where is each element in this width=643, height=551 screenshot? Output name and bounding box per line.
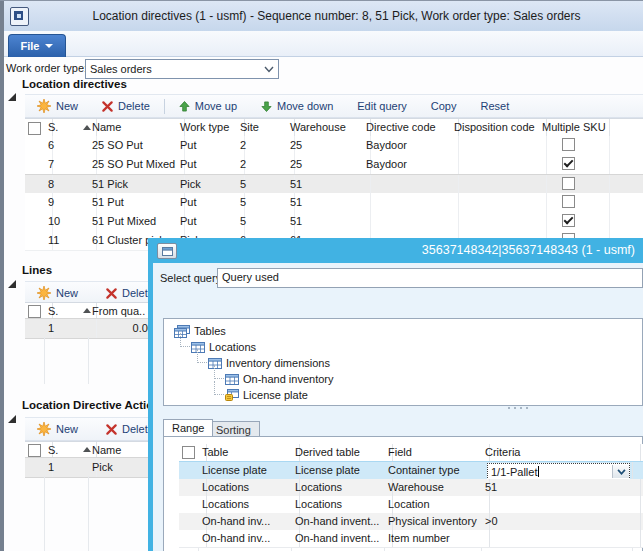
query-row[interactable]: License plate License plate Container ty…	[179, 461, 643, 480]
grid-line	[44, 476, 45, 551]
edit-query-button[interactable]: Edit query	[345, 96, 419, 116]
work-order-type-value: Sales orders	[90, 63, 264, 75]
query-row[interactable]: On-hand inv... On-hand invent... Physica…	[179, 513, 643, 531]
delete-x-icon	[106, 288, 117, 299]
app-icon	[10, 7, 29, 26]
lines-section-title: Lines	[22, 264, 52, 276]
tree-item-on-hand-inventory[interactable]: On-hand inventory	[225, 372, 334, 386]
column-header-filler	[601, 119, 643, 137]
work-order-type-select[interactable]: Sales orders	[85, 59, 279, 79]
actions-section-title: Location Directive Actions	[22, 399, 167, 411]
grid-line	[88, 337, 89, 384]
new-button[interactable]: New	[25, 419, 90, 439]
select-all-checkbox[interactable]	[28, 444, 41, 457]
query-row[interactable]: On-hand inv... On-hand invent... Item nu…	[179, 530, 643, 548]
range-tab-panel: Table Derived table Field Criteria Licen…	[163, 436, 643, 551]
column-header-field[interactable]: Field	[384, 444, 490, 461]
grid-line	[44, 337, 45, 384]
table-row[interactable]: 7 25 SO Put Mixed Put 2 25 Baydoor	[25, 155, 643, 175]
tree-connector	[197, 349, 207, 363]
column-header-criteria[interactable]: Criteria	[481, 444, 641, 461]
select-query-input[interactable]: Query used	[217, 268, 643, 288]
new-star-icon	[37, 422, 51, 436]
table-row[interactable]: 8 51 Pick Pick 5 51	[25, 174, 643, 195]
dialog-titlebar: 35637148342|35637148343 (1 - usmf)	[148, 238, 643, 263]
table-row[interactable]: 10 51 Put Mixed Put 5 51	[25, 212, 643, 232]
column-header-table[interactable]: Table	[198, 444, 300, 461]
select-all-checkbox[interactable]	[28, 305, 41, 318]
query-grid-header: Table Derived table Field Criteria	[179, 444, 643, 462]
move-down-icon	[261, 101, 272, 112]
lines-expander[interactable]	[8, 268, 16, 280]
menu-strip	[4, 31, 643, 57]
location-directives-expander[interactable]	[8, 81, 16, 93]
tab-sorting[interactable]: Sorting	[207, 421, 260, 436]
actions-toolbar: New Delete	[25, 417, 148, 441]
column-header-warehouse[interactable]: Warehouse	[286, 119, 371, 137]
license-plate-icon	[225, 389, 239, 401]
new-star-icon	[37, 99, 51, 113]
actions-expander[interactable]	[8, 403, 16, 415]
column-header-derived-table[interactable]: Derived table	[291, 444, 393, 461]
location-directives-section-title: Location directives	[22, 78, 127, 90]
delete-x-icon	[106, 424, 117, 435]
chevron-down-icon	[617, 469, 626, 475]
table-row[interactable]: 1 Pick	[25, 457, 148, 478]
table-row[interactable]: 9 51 Put Put 5 51	[25, 193, 643, 213]
column-header-multiple-sku[interactable]: Multiple SKU	[538, 119, 610, 137]
table-row[interactable]: 1 0.00	[25, 318, 148, 339]
query-row[interactable]: Locations Locations Warehouse 51	[179, 479, 643, 497]
tree-item-inventory-dimensions[interactable]: Inventory dimensions	[208, 356, 330, 370]
tree-connector	[214, 381, 224, 395]
grid-line	[88, 476, 89, 551]
reset-button[interactable]: Reset	[469, 96, 522, 116]
combobox-dropdown-button[interactable]	[612, 465, 629, 478]
copy-button[interactable]: Copy	[419, 96, 469, 116]
multiple-sku-checkbox[interactable]	[562, 138, 575, 151]
column-header-directive-code[interactable]: Directive code	[362, 119, 459, 137]
move-down-button[interactable]: Move down	[249, 96, 345, 116]
column-header-name[interactable]: Name	[88, 119, 185, 137]
file-menu-button[interactable]: File	[8, 34, 66, 57]
window-left-border	[0, 1, 4, 551]
toolbar-separator	[164, 99, 165, 114]
table-row[interactable]: 6 25 SO Put Put 2 25 Baydoor	[25, 136, 643, 156]
tree-connector	[180, 333, 190, 347]
multiple-sku-checkbox[interactable]	[562, 214, 575, 227]
file-menu-label: File	[21, 40, 40, 52]
multiple-sku-checkbox[interactable]	[562, 177, 575, 190]
delete-x-icon	[102, 101, 113, 112]
delete-button[interactable]: Delete	[90, 96, 162, 116]
splitter-gripper[interactable]	[508, 406, 536, 410]
multiple-sku-checkbox[interactable]	[562, 157, 575, 170]
screen: Location directives (1 - usmf) - Sequenc…	[0, 0, 643, 551]
chevron-down-icon	[264, 66, 274, 73]
criteria-value: 1/1-Pallet	[488, 466, 537, 478]
location-directives-toolbar: New Delete Move up Move down Edit query …	[25, 94, 643, 118]
dialog-title: 35637148342|35637148343 (1 - usmf)	[422, 243, 635, 257]
dialog-system-button[interactable]	[157, 243, 177, 259]
move-up-icon	[179, 101, 190, 112]
query-dialog: 35637148342|35637148343 (1 - usmf) Selec…	[148, 238, 643, 551]
location-directives-grid-header: S. Name Work type Site Warehouse Directi…	[25, 118, 643, 138]
criteria-combobox[interactable]: 1/1-Pallet	[487, 463, 630, 480]
main-titlebar: Location directives (1 - usmf) - Sequenc…	[4, 1, 643, 32]
tab-range[interactable]: Range	[163, 419, 213, 436]
chevron-down-icon	[45, 44, 53, 48]
column-header-name[interactable]: Name	[88, 442, 153, 458]
window-title: Location directives (1 - usmf) - Sequenc…	[34, 9, 639, 23]
select-all-checkbox[interactable]	[182, 446, 195, 459]
work-order-type-label: Work order type:	[6, 62, 87, 74]
multiple-sku-checkbox[interactable]	[562, 195, 575, 208]
column-header-work-type[interactable]: Work type	[176, 119, 245, 137]
query-row[interactable]: Locations Locations Location	[179, 496, 643, 514]
column-header-disposition-code[interactable]: Disposition code	[450, 119, 547, 137]
new-button[interactable]: New	[25, 96, 90, 116]
select-query-label: Select query:	[160, 272, 224, 284]
select-all-checkbox[interactable]	[28, 122, 41, 135]
table-icon	[225, 374, 239, 385]
new-button[interactable]: New	[25, 283, 90, 303]
move-up-button[interactable]: Move up	[167, 96, 249, 116]
window-icon	[162, 247, 173, 256]
tree-item-license-plate[interactable]: License plate	[225, 388, 308, 402]
